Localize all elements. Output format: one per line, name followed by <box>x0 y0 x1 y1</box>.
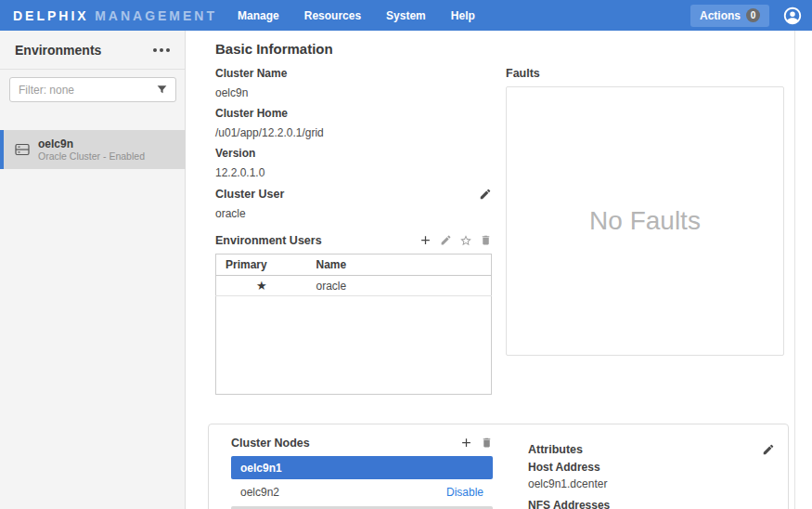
panel-right-divider <box>794 31 795 509</box>
star-icon <box>459 234 472 247</box>
cluster-home-value: /u01/app/12.2.0.1/grid <box>215 127 492 139</box>
faults-panel: No Faults <box>506 86 784 356</box>
node-list-item[interactable]: oelc9n2 Disable <box>231 480 493 503</box>
cluster-home-label: Cluster Home <box>215 108 492 120</box>
user-name-cell: oracle <box>307 276 492 296</box>
user-table-row[interactable]: ★ oracle <box>216 276 492 296</box>
actions-button[interactable]: Actions 0 <box>690 5 769 27</box>
faults-title: Faults <box>506 67 540 80</box>
users-table-header-row: Primary Name <box>216 254 492 276</box>
attributes-title: Attributes <box>528 443 583 456</box>
actions-count-badge: 0 <box>746 8 760 22</box>
cluster-user-row: Cluster User <box>215 188 492 201</box>
environment-list-item[interactable]: oelc9n Oracle Cluster - Enabled <box>0 130 186 169</box>
host-address-label: Host Address <box>528 462 775 474</box>
edit-user-button[interactable] <box>440 234 452 246</box>
nav-item-manage[interactable]: Manage <box>238 9 279 22</box>
top-navigation: Manage Resources System Help <box>238 9 475 22</box>
filter-field-wrap <box>9 77 175 102</box>
node-list-item[interactable]: oelc9n1 <box>231 456 493 479</box>
attributes-section: Attributes Host Address oelc9n1.dcenter … <box>528 443 775 509</box>
users-table-empty-area <box>215 296 492 395</box>
more-menu-button[interactable] <box>153 45 170 56</box>
filter-input[interactable] <box>9 77 176 102</box>
attributes-header: Attributes <box>528 443 775 456</box>
trash-icon <box>481 437 493 449</box>
primary-star-cell: ★ <box>216 276 307 296</box>
cluster-name-value: oelc9n <box>215 87 492 99</box>
no-faults-text: No Faults <box>589 206 701 236</box>
cluster-user-value: oracle <box>215 208 492 220</box>
host-address-value: oelc9n1.dcenter <box>528 478 775 490</box>
environment-status: Oracle Cluster - Enabled <box>38 150 145 163</box>
page-title: Basic Information <box>215 41 492 57</box>
add-user-button[interactable] <box>419 233 432 247</box>
name-column-header: Name <box>307 254 492 276</box>
filter-funnel-icon[interactable] <box>156 84 168 96</box>
logo-secondary-text: MANAGEMENT <box>95 8 217 23</box>
app-header: DELPHIX MANAGEMENT Manage Resources Syst… <box>0 0 812 31</box>
basic-information-section: Basic Information Cluster Name oelc9n Cl… <box>215 41 492 395</box>
actions-button-label: Actions <box>700 9 741 22</box>
edit-attributes-button[interactable] <box>762 443 775 456</box>
topbar-right-group: Actions 0 <box>690 5 803 27</box>
environments-sidebar: Environments oelc9n Orac <box>0 31 186 509</box>
environment-name: oelc9n <box>38 137 145 150</box>
environment-users-title: Environment Users <box>215 234 322 247</box>
trash-icon <box>480 234 492 246</box>
delphix-logo: DELPHIX MANAGEMENT <box>13 7 217 24</box>
environment-users-table: Primary Name ★ oracle <box>215 254 492 296</box>
cluster-name-label: Cluster Name <box>215 68 492 80</box>
add-node-button[interactable] <box>459 436 473 450</box>
edit-cluster-user-button[interactable] <box>479 188 492 201</box>
node-name: oelc9n1 <box>240 462 282 475</box>
environment-item-text: oelc9n Oracle Cluster - Enabled <box>38 137 145 163</box>
delete-user-button[interactable] <box>480 234 492 246</box>
nfs-addresses-label: NFS Addresses <box>528 500 775 509</box>
nav-item-resources[interactable]: Resources <box>304 9 361 22</box>
cluster-nodes-title: Cluster Nodes <box>231 437 310 450</box>
account-icon <box>782 6 803 26</box>
cluster-nodes-section: Cluster Nodes <box>231 436 493 509</box>
plus-icon <box>419 233 432 247</box>
cluster-icon <box>15 143 30 156</box>
pencil-icon <box>440 234 452 246</box>
set-primary-user-button[interactable] <box>459 234 472 247</box>
pencil-icon <box>479 188 492 201</box>
version-label: Version <box>215 148 492 160</box>
cluster-nodes-toolbar <box>459 436 493 450</box>
cluster-nodes-card: Cluster Nodes <box>208 424 789 509</box>
environment-users-header: Environment Users <box>215 233 492 247</box>
primary-column-header: Primary <box>216 254 307 276</box>
main-panel: Basic Information Cluster Name oelc9n Cl… <box>187 31 812 509</box>
plus-icon <box>459 436 473 450</box>
logo-primary-text: DELPHIX <box>13 8 89 23</box>
nav-item-system[interactable]: System <box>386 9 426 22</box>
user-avatar-button[interactable] <box>782 6 803 26</box>
faults-section: Faults No Faults <box>506 64 784 356</box>
disable-node-link[interactable]: Disable <box>446 486 483 499</box>
delete-node-button[interactable] <box>481 437 493 449</box>
pencil-icon <box>762 443 775 456</box>
app-window: DELPHIX MANAGEMENT Manage Resources Syst… <box>0 0 812 509</box>
sidebar-header: Environments <box>0 31 185 70</box>
environment-users-toolbar <box>419 233 492 247</box>
nav-item-help[interactable]: Help <box>451 9 475 22</box>
cluster-user-label: Cluster User <box>215 189 284 201</box>
cluster-nodes-header: Cluster Nodes <box>231 436 493 450</box>
version-value: 12.2.0.1.0 <box>215 167 492 179</box>
sidebar-title: Environments <box>15 43 101 58</box>
node-name: oelc9n2 <box>240 486 279 499</box>
